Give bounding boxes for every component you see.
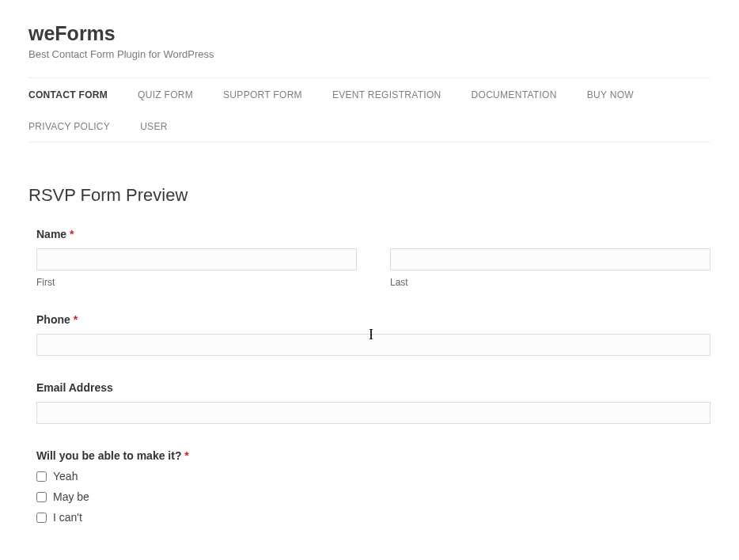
email-label: Email Address [36, 381, 711, 394]
nav-contact-form[interactable]: CONTACT FORM [28, 78, 108, 110]
phone-label-text: Phone [36, 313, 70, 326]
required-asterisk: * [70, 228, 74, 240]
attend-option-label: I can't [53, 511, 82, 524]
nav-support-form[interactable]: SUPPORT FORM [223, 78, 302, 110]
attend-label-text: Will you be able to make it? [36, 449, 181, 462]
main-nav: CONTACT FORM QUIZ FORM SUPPORT FORM EVEN… [28, 78, 711, 142]
attend-option[interactable]: May be [36, 490, 711, 503]
attend-option-label: Yeah [53, 470, 78, 482]
site-tagline: Best Contact Form Plugin for WordPress [28, 48, 711, 60]
nav-buy-now[interactable]: BUY NOW [587, 78, 634, 110]
attend-option[interactable]: Yeah [36, 470, 711, 482]
first-name-input[interactable] [36, 248, 357, 271]
phone-input[interactable] [36, 334, 711, 356]
required-asterisk: * [74, 313, 78, 326]
name-label: Name * [36, 228, 711, 240]
nav-quiz-form[interactable]: QUIZ FORM [138, 78, 193, 110]
attend-checkbox-cant[interactable] [36, 513, 47, 523]
email-label-text: Email Address [36, 381, 113, 394]
required-asterisk: * [184, 449, 188, 462]
attend-option[interactable]: I can't [36, 511, 711, 524]
nav-documentation[interactable]: DOCUMENTATION [472, 78, 557, 110]
name-label-text: Name [36, 228, 66, 240]
nav-user[interactable]: USER [140, 110, 168, 142]
attend-option-label: May be [53, 490, 89, 503]
nav-privacy-policy[interactable]: PRIVACY POLICY [28, 110, 110, 142]
attend-label: Will you be able to make it? * [36, 449, 711, 462]
email-input[interactable] [36, 402, 711, 424]
first-name-sublabel: First [36, 277, 357, 288]
attend-checkbox-maybe[interactable] [36, 492, 47, 502]
nav-event-registration[interactable]: EVENT REGISTRATION [332, 78, 442, 110]
attend-checkbox-yeah[interactable] [36, 471, 47, 482]
page-heading: RSVP Form Preview [28, 185, 711, 206]
phone-label: Phone * [36, 313, 711, 326]
last-name-input[interactable] [390, 248, 711, 271]
last-name-sublabel: Last [390, 277, 711, 288]
site-title: weForms [28, 22, 711, 45]
